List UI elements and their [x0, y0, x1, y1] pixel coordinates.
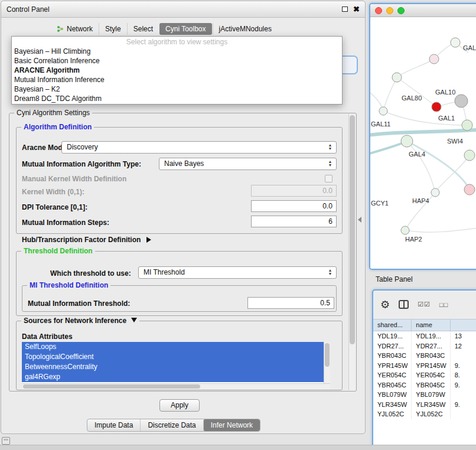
attributes-vertical-scrollbar[interactable]	[324, 342, 330, 383]
menu-item-bayesian-hill-climbing[interactable]: Bayesian – Hill Climbing	[12, 47, 342, 56]
apply-button[interactable]: Apply	[159, 399, 200, 412]
kernel-width-label: Kernel Width (0,1):	[22, 186, 84, 198]
chevron-down-icon[interactable]	[131, 318, 137, 322]
table-panel-window: ⚙ ☑☑ □□ shared... name YDL19...YDL19...1…	[372, 289, 476, 450]
deselect-all-icon[interactable]: □□	[439, 301, 448, 308]
menu-item-mutual-information[interactable]: Mutual Information Inference	[12, 75, 342, 84]
column-header-shared-name[interactable]: shared...	[373, 319, 412, 331]
table-row[interactable]: YBR045CYBR045C9.	[373, 380, 476, 390]
algorithm-definition-title: Algorithm Definition	[21, 123, 94, 131]
aracne-mode-combo[interactable]: Discovery ▲▼	[61, 141, 337, 154]
list-item-betweennesscentrality[interactable]: BetweennessCentrality	[22, 362, 324, 372]
dpi-tolerance-field[interactable]: 0.0	[251, 200, 337, 212]
list-item-selfloops[interactable]: SelfLoops	[22, 342, 324, 352]
threshold-definition-title: Threshold Definition	[21, 247, 95, 255]
status-strip	[0, 445, 476, 450]
node-label[interactable]: GAL	[463, 44, 476, 51]
column-header-name[interactable]: name	[412, 319, 450, 331]
panel-collapse-handle[interactable]	[358, 217, 361, 223]
sources-group-title[interactable]: Sources for Network Inference	[21, 317, 139, 325]
control-panel-title: Control Panel	[6, 5, 50, 14]
node-label[interactable]: SWI4	[447, 138, 463, 145]
window-zoom-button[interactable]	[397, 7, 405, 14]
settings-vertical-scrollbar[interactable]	[348, 114, 356, 390]
network-view-window: GAL GAL80 GAL10 GAL11 GAL1 SWI4 GAL4 GCY…	[369, 3, 476, 270]
which-threshold-label: Which threshold to use:	[50, 268, 131, 279]
tab-network[interactable]: Network	[51, 23, 99, 35]
network-window-titlebar	[370, 4, 476, 17]
table-row[interactable]: YER054CYER054C8.	[373, 370, 476, 380]
menu-item-basic-correlation[interactable]: Basic Correlation Inference	[12, 56, 342, 66]
node-label[interactable]: GAL10	[435, 89, 455, 96]
data-attributes-list: SelfLoops TopologicalCoefficient Between…	[22, 342, 324, 383]
algorithm-dropdown-menu: Select algorithm to view settings Bayesi…	[11, 36, 343, 105]
mi-steps-label: Mutual Information Steps:	[22, 217, 109, 229]
table-panel-title: Table Panel	[376, 275, 413, 283]
control-panel-window: Control Panel ✖ Network Style Select Cyn…	[1, 1, 366, 434]
node-label[interactable]: GAL11	[371, 120, 390, 128]
tab-cyni-toolbox[interactable]: Cyni Toolbox	[159, 23, 211, 35]
table-row[interactable]: YBL079WYBL079W	[373, 390, 476, 400]
mi-threshold-group-title: MI Threshold Definition	[27, 281, 110, 289]
node-label[interactable]: GAL80	[402, 94, 422, 102]
data-attributes-label: Data Attributes	[22, 331, 73, 343]
kernel-width-field[interactable]: 0.0	[251, 185, 337, 197]
chevron-right-icon[interactable]	[146, 237, 151, 243]
network-tab-icon	[57, 25, 64, 32]
which-threshold-combo[interactable]: MI Threshold ▲▼	[138, 266, 337, 279]
table-body: YDL19...YDL19...13 YDR27...YDR27...12 YB…	[373, 331, 476, 449]
menu-placeholder: Select algorithm to view settings	[12, 37, 342, 47]
attributes-hscroll-thumb[interactable]	[23, 384, 200, 389]
mi-threshold-field[interactable]: 0.5	[247, 297, 334, 309]
menu-item-aracne[interactable]: ARACNE Algorithm	[12, 66, 342, 75]
network-canvas[interactable]: GAL GAL80 GAL10 GAL11 GAL1 SWI4 GAL4 GCY…	[370, 17, 476, 269]
table-row[interactable]: YJL052CYJL052C	[373, 409, 476, 419]
tab-impute-data[interactable]: Impute Data	[87, 419, 140, 431]
node-label[interactable]: GAL1	[438, 115, 455, 122]
close-icon[interactable]: ✖	[353, 6, 360, 12]
gear-icon[interactable]: ⚙	[380, 299, 390, 310]
mi-steps-field[interactable]: 6	[251, 216, 337, 227]
column-selector-icon[interactable]	[399, 300, 409, 309]
attributes-vscroll-thumb[interactable]	[325, 343, 330, 367]
cyni-algorithm-settings-title: Cyni Algorithm Settings	[14, 109, 92, 117]
table-row[interactable]: YDR27...YDR27...12	[373, 341, 476, 351]
table-header: shared... name	[373, 319, 476, 331]
table-row[interactable]: YPR145WYPR145W9.	[373, 361, 476, 371]
manual-kernel-label: Manual Kernel Width Definition	[22, 173, 126, 185]
bottom-tabs: Impute Data Discretize Data Infer Networ…	[87, 419, 260, 432]
list-item-topologicalcoefficient[interactable]: TopologicalCoefficient	[22, 352, 324, 362]
mi-algorithm-type-combo[interactable]: Naive Bayes ▲▼	[159, 158, 337, 170]
table-row[interactable]: YBR043CYBR043C	[373, 351, 476, 361]
table-row[interactable]: YDL19...YDL19...13	[373, 331, 476, 341]
node-label[interactable]: GCY1	[371, 200, 389, 207]
node-label[interactable]: GAL4	[409, 151, 425, 158]
list-item-gal4rgexp[interactable]: gal4RGexp	[22, 372, 324, 382]
mi-algorithm-type-label: Mutual Information Algorithm Type:	[22, 158, 141, 170]
dpi-tolerance-label: DPI Tolerance [0,1]:	[22, 201, 87, 213]
node-label[interactable]: HAP2	[405, 236, 422, 243]
select-all-icon[interactable]: ☑☑	[418, 301, 431, 308]
menu-item-dream8[interactable]: Dream8 DC_TDC Algorithm	[12, 94, 342, 103]
settings-scrollbar-thumb[interactable]	[350, 115, 355, 344]
minimized-panel-icon[interactable]	[2, 437, 10, 445]
table-row[interactable]: YLR345WYLR345W9.	[373, 400, 476, 410]
node-label[interactable]: HAP4	[412, 197, 429, 204]
attributes-horizontal-scrollbar[interactable]	[22, 383, 330, 389]
column-header-extra[interactable]	[451, 319, 476, 331]
tab-style[interactable]: Style	[99, 23, 127, 35]
control-panel-tabs: Network Style Select Cyni Toolbox jActiv…	[51, 22, 278, 35]
tab-select[interactable]: Select	[127, 23, 159, 35]
window-minimize-button[interactable]	[386, 7, 393, 14]
window-close-button[interactable]	[375, 7, 382, 14]
tab-infer-network[interactable]: Infer Network	[203, 419, 260, 431]
tab-discretize-data[interactable]: Discretize Data	[140, 419, 203, 431]
tab-jactivemnodules[interactable]: jActiveMNodules	[213, 23, 278, 35]
chevron-updown-icon: ▲▼	[326, 144, 334, 151]
chevron-updown-icon: ▲▼	[326, 160, 334, 167]
menu-item-bayesian-k2[interactable]: Bayesian – K2	[12, 84, 342, 94]
float-window-icon[interactable]	[342, 6, 348, 12]
hub-definition-toggle[interactable]: Hub/Transcription Factor Definition	[22, 234, 151, 246]
manual-kernel-checkbox[interactable]	[325, 175, 332, 182]
table-toolbar: ⚙ ☑☑ □□	[373, 291, 476, 318]
